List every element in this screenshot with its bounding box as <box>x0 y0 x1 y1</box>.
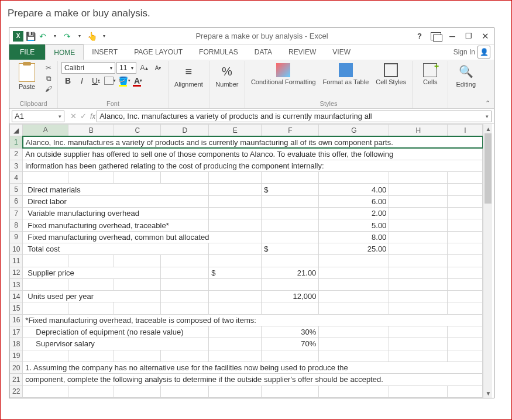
cell-A2[interactable]: An outside supplier has offered to sell … <box>23 148 483 160</box>
enter-formula-icon[interactable]: ✓ <box>80 112 87 121</box>
row-header-7[interactable]: 7 <box>10 208 23 219</box>
row-header-3[interactable]: 3 <box>10 160 23 171</box>
redo-icon[interactable]: ↷ <box>62 31 73 42</box>
row-header-22[interactable]: 22 <box>10 385 23 397</box>
cell-A7[interactable]: Variable manufacturing overhead <box>23 208 209 219</box>
row-header-15[interactable]: 15 <box>10 302 23 314</box>
cell-A8[interactable]: Fixed manufacturing overhead, traceable* <box>23 219 209 231</box>
cell-G7[interactable]: 2.00 <box>319 208 389 219</box>
row-header-20[interactable]: 20 <box>10 362 23 373</box>
touch-mode-icon[interactable]: 👆 <box>87 31 97 42</box>
cell-G9[interactable]: 8.00 <box>319 231 389 243</box>
col-header-H[interactable]: H <box>389 125 448 136</box>
fill-color-icon[interactable]: 🪣▾ <box>118 75 130 87</box>
font-color-icon[interactable]: A▾ <box>132 75 145 87</box>
col-header-D[interactable]: D <box>161 125 209 136</box>
cell-A14[interactable]: Units used per year <box>23 291 161 302</box>
cell-G5[interactable]: 4.00 <box>319 184 389 195</box>
qat-more-icon[interactable]: ▾ <box>99 31 109 42</box>
name-box[interactable]: A1▾ <box>12 111 64 122</box>
row-header-17[interactable]: 17 <box>10 326 23 338</box>
font-name-select[interactable]: Calibri▾ <box>61 62 115 74</box>
scroll-thumb[interactable] <box>484 133 492 204</box>
format-as-table-button[interactable]: Format as Table <box>321 62 372 87</box>
paste-button[interactable]: Paste <box>13 62 41 91</box>
tab-view[interactable]: VIEW <box>324 44 359 60</box>
tab-review[interactable]: REVIEW <box>280 44 324 60</box>
scroll-down-icon[interactable]: ▼ <box>483 388 493 398</box>
select-all-cell[interactable]: ◢ <box>10 125 23 136</box>
row-header-5[interactable]: 5 <box>10 184 23 195</box>
cell-A6[interactable]: Direct labor <box>23 195 209 207</box>
cell-A16[interactable]: *Fixed manufacturing overhead, traceable… <box>23 314 483 326</box>
cell-styles-button[interactable]: Cell Styles <box>373 62 408 87</box>
cell-A3[interactable]: information has been gathered relating t… <box>23 160 483 171</box>
ribbon-display-icon[interactable] <box>431 31 441 42</box>
close-icon[interactable]: ✕ <box>480 31 490 42</box>
grow-font-icon[interactable]: A▴ <box>138 62 150 74</box>
save-icon[interactable]: 💾 <box>25 31 36 42</box>
row-header-14[interactable]: 14 <box>10 291 23 302</box>
cell-F17[interactable]: 30% <box>262 326 319 338</box>
row-header-13[interactable]: 13 <box>10 278 23 290</box>
underline-button[interactable]: U ▾ <box>90 75 102 87</box>
row-header-16[interactable]: 16 <box>10 314 23 326</box>
redo-menu-icon[interactable]: ▾ <box>74 31 85 42</box>
tab-file[interactable]: FILE <box>9 44 45 60</box>
cell-A20[interactable]: 1. Assuming the company has no alternati… <box>23 362 483 373</box>
row-header-6[interactable]: 6 <box>10 195 23 207</box>
cell-A21[interactable]: component, complete the following analys… <box>23 374 483 385</box>
formula-bar[interactable]: Alanco, Inc. manufactures a variety of p… <box>97 111 492 122</box>
italic-button[interactable]: I <box>75 75 88 87</box>
cell-E12[interactable]: $ <box>209 267 262 278</box>
font-size-select[interactable]: 11▾ <box>116 62 136 74</box>
cell-F14[interactable]: 12,000 <box>262 291 319 302</box>
cell-A1[interactable]: Alanco, Inc. manufactures a variety of p… <box>23 136 483 148</box>
number-button[interactable]: % Number <box>213 62 241 89</box>
row-header-8[interactable]: 8 <box>10 219 23 231</box>
row-header-10[interactable]: 10 <box>10 243 23 254</box>
cell-A17[interactable]: Depreciation of equipment (no resale val… <box>23 326 209 338</box>
bold-button[interactable]: B <box>61 75 74 87</box>
col-header-F[interactable]: F <box>262 125 319 136</box>
tab-pagelayout[interactable]: PAGE LAYOUT <box>126 44 191 60</box>
sign-in[interactable]: Sign In 👤 <box>450 44 494 60</box>
cell-G6[interactable]: 6.00 <box>319 195 389 207</box>
cell-F12[interactable]: 21.00 <box>262 267 319 278</box>
conditional-formatting-button[interactable]: Conditional Formatting <box>249 62 318 87</box>
border-icon[interactable]: ▾ <box>104 75 116 87</box>
row-header-21[interactable]: 21 <box>10 374 23 385</box>
cell-A9[interactable]: Fixed manufacturing overhead, common but… <box>23 231 262 243</box>
collapse-ribbon-icon[interactable]: ⌃ <box>485 99 490 107</box>
row-header-11[interactable]: 11 <box>10 255 23 267</box>
col-header-E[interactable]: E <box>209 125 262 136</box>
row-header-1[interactable]: 1 <box>10 136 23 148</box>
shrink-font-icon[interactable]: A▾ <box>152 62 164 74</box>
cell-A18[interactable]: Supervisor salary <box>23 338 209 350</box>
row-header-18[interactable]: 18 <box>10 338 23 350</box>
cell-G10[interactable]: 25.00 <box>319 243 389 254</box>
row-header-4[interactable]: 4 <box>10 172 23 184</box>
row-header-12[interactable]: 12 <box>10 267 23 278</box>
format-painter-icon[interactable]: 🖌 <box>43 84 54 94</box>
worksheet-grid[interactable]: ◢ A B C D E F G H I 1 Alanco, Inc. manuf… <box>9 124 494 398</box>
cell-F18[interactable]: 70% <box>262 338 319 350</box>
cut-icon[interactable]: ✂ <box>43 63 54 73</box>
editing-button[interactable]: 🔍 Editing <box>452 62 480 89</box>
row-header-2[interactable]: 2 <box>10 148 23 160</box>
cell-F10[interactable]: $ <box>262 243 319 254</box>
col-header-G[interactable]: G <box>319 125 389 136</box>
maximize-icon[interactable]: ❐ <box>463 31 474 42</box>
tab-formulas[interactable]: FORMULAS <box>191 44 246 60</box>
cancel-formula-icon[interactable]: ✕ <box>70 112 77 121</box>
row-header-9[interactable]: 9 <box>10 231 23 243</box>
scroll-up-icon[interactable]: ▲ <box>483 124 493 133</box>
undo-icon[interactable]: ↶ <box>37 31 48 42</box>
alignment-button[interactable]: ≡ Alignment <box>172 62 205 89</box>
cell-A12[interactable]: Supplier price <box>23 267 161 278</box>
cell-A5[interactable]: Direct materials <box>23 184 209 195</box>
copy-icon[interactable]: ⧉ <box>43 74 54 83</box>
cell-A10[interactable]: Total cost <box>23 243 209 254</box>
tab-home[interactable]: HOME <box>45 44 84 60</box>
cell-G8[interactable]: 5.00 <box>319 219 389 231</box>
